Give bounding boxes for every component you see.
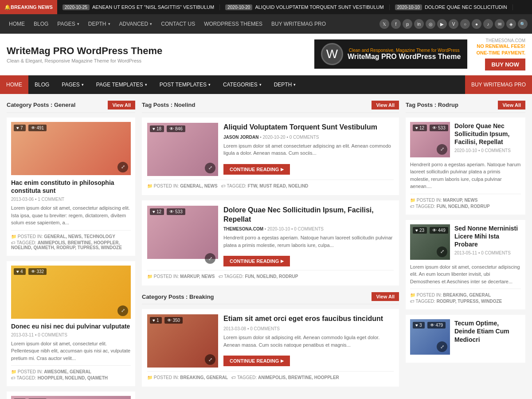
main-nav-pages[interactable]: PAGES ▾ [55, 75, 90, 94]
right-post-2-meta: 2013-05-11 • 0 COMMENTS [454, 250, 521, 255]
breaking-item-2[interactable]: 2020-10-20 ALIQUID VOLUPTATEM TORQUENT S… [220, 4, 390, 10]
middle-section1-view-all[interactable]: View All [372, 101, 399, 110]
share-button[interactable]: ⤢ [117, 162, 128, 172]
breaking-item-1[interactable]: 2020-10-25 AENEAN UT EROS ET "NISL SAGIT… [57, 4, 220, 10]
middle-post-1-meta-overlay: ♥ 18 👁 846 [150, 125, 185, 132]
search-icon[interactable]: 🔍 [518, 19, 528, 29]
right-post-2-content: Sed Nonne Merninisti Licere Mihi Ista Pr… [454, 224, 521, 260]
ad-tagline: Clean and Responsive, Magazine Theme for… [348, 48, 461, 53]
vimeo-icon[interactable]: V [449, 19, 458, 29]
top-nav-wp-themes[interactable]: WORDPRESS THEMES [200, 14, 267, 34]
middle-post-1-title[interactable]: Aliquid Voluptatem Torquent Sunt Vestibu… [223, 123, 394, 132]
view-badge: 👁 533 [167, 208, 185, 215]
chevron-down-icon: ▾ [208, 82, 211, 87]
top-nav-buy[interactable]: BUY WRITEMAG PRO [267, 14, 330, 34]
tiktok-icon[interactable]: ♪ [483, 19, 493, 29]
whatsapp-icon[interactable]: ● [472, 19, 481, 29]
middle-post-3-title[interactable]: Etiam sit amet orci eget eros faucibus t… [223, 314, 394, 324]
top-nav-home[interactable]: HOME [4, 14, 29, 34]
left-post-1-title[interactable]: Hac enim constituto in philosophia const… [11, 179, 131, 195]
like-badge: ♥ 3 [413, 322, 425, 329]
circle-icon[interactable]: ○ [460, 19, 470, 29]
share-button[interactable]: ⤢ [437, 246, 447, 257]
breaking-item-3[interactable]: 2020-10-10 DOLORE QUAE NEC SOLLICITUDIN [390, 4, 513, 10]
linkedin-icon[interactable]: in [414, 19, 424, 29]
right-post-2-inner: ♥ 23 👁 449 ⤢ Sed Nonne Merninisti Licere… [410, 224, 521, 260]
main-nav-blog[interactable]: BLOG [28, 75, 55, 94]
view-badge: 👁 332 [28, 268, 47, 275]
continue-reading-button-1[interactable]: CONTINUE READING [223, 164, 290, 175]
top-nav-depth[interactable]: DEPTH ▾ [84, 14, 115, 34]
right-post-1-tagged: 🏷 TAGGED: FUN, NOELIND, RODRUP [410, 204, 521, 209]
main-nav-depth[interactable]: DEPTH ▾ [268, 75, 302, 94]
breaking-date-1: 2020-10-25 [63, 4, 90, 10]
left-section-title: Category Posts : General [7, 102, 75, 108]
right-post-1-content: Dolore Quae Nec Sollicitudin Ipsum, Faci… [454, 122, 521, 157]
main-nav-page-templates[interactable]: PAGE TEMPLATES ▾ [90, 75, 153, 94]
top-nav-contact[interactable]: CONTACT US [156, 14, 200, 34]
left-view-all-button[interactable]: View All [108, 101, 135, 110]
email-icon[interactable]: ✉ [495, 19, 505, 29]
middle-post-2-meta-overlay: ♥ 12 👁 533 [150, 208, 185, 215]
site-header: WriteMag PRO WordPress Theme Clean & Ele… [0, 34, 532, 75]
facebook-icon[interactable]: f [391, 19, 401, 29]
left-post-1-meta-overlay: ♥ 7 👁 491 [14, 125, 47, 131]
left-post-1-excerpt: Lorem ipsum dolor sit amet, consectetur … [11, 204, 131, 227]
right-post-1-title[interactable]: Dolore Quae Nec Sollicitudin Ipsum, Faci… [454, 122, 521, 146]
left-post-2-meta-overlay: ♥ 4 👁 332 [14, 268, 47, 275]
middle-section1-header: Tag Posts : Noelind View All [142, 101, 399, 113]
buy-now-button[interactable]: BUY NOW [485, 59, 525, 70]
main-nav-categories[interactable]: CATEGORIES ▾ [217, 75, 268, 94]
view-badge: 👁 479 [427, 322, 446, 329]
share-button[interactable]: ⤢ [117, 305, 128, 316]
main-nav: HOME BLOG PAGES ▾ PAGE TEMPLATES ▾ POST … [0, 75, 532, 94]
middle-post-2-inner: ♥ 12 👁 533 ⤢ Dolore Quae Nec Sollicitudi… [147, 206, 394, 267]
view-badge: 👁 846 [167, 125, 185, 132]
right-post-3-inner: ♥ 3 👁 479 ⤢ Tecum Optime, Deinde Etiam C… [410, 319, 521, 355]
left-section-header: Category Posts : General View All [7, 101, 135, 113]
left-post-2-excerpt: Lorem ipsum dolor sit amet, consectetur … [11, 340, 131, 362]
breaking-date-2: 2020-10-20 [225, 4, 252, 10]
middle-post-2-meta: THEMESONA.COM • 2020-10-10 • 0 COMMENTS [223, 227, 394, 231]
top-nav: HOME BLOG PAGES ▾ DEPTH ▾ ADVANCED ▾ CON… [0, 14, 532, 34]
chevron-down-icon: ▾ [259, 82, 262, 87]
right-post-3-title[interactable]: Tecum Optime, Deinde Etiam Cum Mediocri [454, 319, 521, 344]
middle-section2-header: Category Posts : Breaking View All [142, 292, 399, 305]
pinterest-icon[interactable]: 𝕡 [403, 19, 412, 29]
top-nav-blog[interactable]: BLOG [29, 14, 53, 34]
middle-post-2-title[interactable]: Dolore Quae Nec Sollicitudin Ipsum, Faci… [223, 206, 394, 224]
right-post-2-tagged: 🏷 TAGGED: RODRUP, TUPRESS, WINDOZE [410, 299, 521, 304]
view-badge: 👁 449 [430, 227, 448, 234]
continue-reading-button-3[interactable]: CONTINUE READING [223, 356, 290, 366]
middle-post-1-content: Aliquid Voluptatem Torquent Sunt Vestibu… [223, 123, 394, 176]
top-nav-pages[interactable]: PAGES ▾ [53, 14, 83, 34]
youtube-icon[interactable]: ▶ [437, 19, 447, 29]
like-badge: ♥ 12 [413, 125, 427, 131]
instagram-icon[interactable]: ◎ [426, 19, 435, 29]
themesona-label: THEMESONA.COM [476, 38, 525, 43]
middle-post-3-meta: 2013-03-08 • 0 COMMENTS [223, 326, 394, 331]
top-nav-advanced[interactable]: ADVANCED ▾ [115, 14, 157, 34]
main-nav-buy[interactable]: BUY WRITEMAG PRO [465, 75, 532, 94]
middle-section2-view-all[interactable]: View All [372, 292, 399, 301]
wp-logo-container: W Clean and Responsive, Magazine Theme f… [321, 43, 461, 65]
view-badge: 👁 350 [164, 317, 183, 324]
right-post-2: ♥ 23 👁 449 ⤢ Sed Nonne Merninisti Licere… [406, 220, 525, 310]
left-column: Category Posts : General View All ♥ 7 👁 … [7, 101, 135, 399]
rss-icon[interactable]: ◈ [506, 19, 516, 29]
continue-reading-button-2[interactable]: CONTINUE READING [223, 256, 290, 266]
main-nav-home[interactable]: HOME [0, 75, 28, 94]
twitter-icon[interactable]: 𝕏 [379, 19, 389, 29]
right-post-2-title[interactable]: Sed Nonne Merninisti Licere Mihi Ista Pr… [454, 224, 521, 249]
chevron-down-icon: ▾ [293, 82, 296, 87]
right-view-all-button[interactable]: View All [498, 101, 525, 110]
like-badge: ♥ 18 [150, 125, 164, 132]
share-button[interactable]: ⤢ [205, 253, 215, 264]
left-post-1-tagged: 🏷 TAGGED: ANIMEPOLIS, BREWTINE, HOOPPLER… [11, 240, 131, 250]
share-button[interactable]: ⤢ [205, 163, 215, 173]
left-post-2-title[interactable]: Donec eu nisi nec dui pulvinar vulputate [11, 322, 131, 330]
middle-post-1-thumb: ♥ 18 👁 846 ⤢ [147, 123, 218, 176]
main-nav-post-templates[interactable]: POST TEMPLATES ▾ [153, 75, 217, 94]
share-button[interactable]: ⤢ [437, 144, 447, 155]
left-post-1: ♥ 7 👁 491 ⤢ Hac enim constituto in philo… [7, 117, 135, 256]
